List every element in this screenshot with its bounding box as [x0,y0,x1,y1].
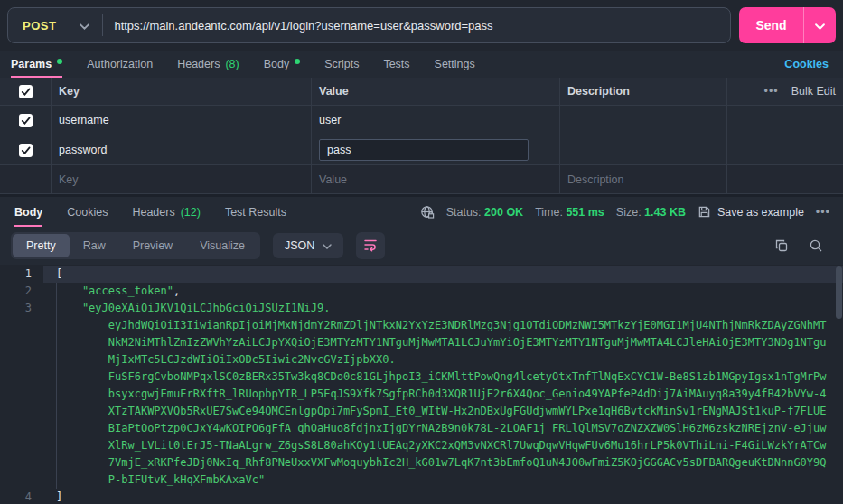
wrap-text-button[interactable] [356,232,385,259]
code-line: NkM2NiMThlZmIzZWVhYzAiLCJpYXQiOjE3MTYzMT… [0,334,843,351]
scrollbar-thumb[interactable] [836,266,842,319]
tab-label: Headers [132,206,174,219]
search-icon[interactable] [809,238,823,253]
tab-label: Body [264,58,290,70]
code-text: [ [43,266,62,283]
api-client-window: POST Send Params Authorization [0,0,843,504]
format-dropdown[interactable]: JSON [273,233,343,258]
view-raw[interactable]: Raw [70,234,119,257]
indent-guide [56,283,57,489]
tab-tests[interactable]: Tests [383,51,409,78]
code-line: eyJhdWQiOiI3IiwianRpIjoiMjMxNjdmY2RmZDlj… [0,317,843,334]
response-panel: Body Cookies Headers (12) Test Results [0,194,843,504]
request-tabs: Params Authorization Headers (8) Body Sc… [0,51,843,78]
code-text: eyJhdWQiOiI3IiwianRpIjoiMjMxNjdmY2RmZDlj… [43,317,827,334]
select-all-checkbox[interactable] [19,85,33,98]
headers-count: (8) [225,58,239,70]
view-preview[interactable]: Preview [119,234,186,257]
column-key: Key [59,85,80,98]
tab-scripts[interactable]: Scripts [324,51,359,78]
view-mode-switcher: Pretty Raw Preview Visualize [11,232,260,259]
line-number [0,471,43,489]
code-text: BIaPtOoPtzp0CJxY4wKOIPO6gFfA_qhOaHuo8fdj… [43,420,827,437]
send-options-button[interactable] [803,7,836,43]
code-text: MjIxMTc5LCJzdWIiOiIxODc5Iiwic2NvcGVzIjpb… [43,351,396,369]
network-globe-icon[interactable] [420,205,435,219]
chevron-down-icon [815,19,825,33]
wrap-text-icon [363,238,378,255]
tab-label: Cookies [67,206,108,219]
line-number [0,351,43,369]
tab-test-results[interactable]: Test Results [225,197,286,227]
chevron-down-icon [80,19,89,33]
code-line: XTzTAKWPXVQb5RxUE7SwCe94QMCEnlgpQpi7mFyS… [0,403,843,420]
send-split-button: Send [739,7,836,43]
line-number: 3 [0,300,43,317]
code-line: bsyxcgwjEmuErRXftR_lRUopbpYIR_LP5EqJS9Xf… [0,386,843,403]
time-label: Time: [535,206,563,219]
column-value: Value [319,85,349,98]
line-number [0,420,43,437]
code-line: FuSF6rgCvboNMPqxlSC0zBERx35Tw3kq8CDo0c81… [0,369,843,386]
code-line: BIaPtOoPtzp0CJxY4wKOIPO6gFfA_qhOaHuo8fdj… [0,420,843,437]
tab-params[interactable]: Params [11,51,62,78]
tab-label: Tests [383,58,409,70]
tab-headers[interactable]: Headers (8) [177,51,239,78]
tab-response-headers[interactable]: Headers (12) [132,197,200,227]
method-label: POST [23,19,56,33]
bulk-edit-button[interactable]: Bulk Edit [791,85,836,98]
response-toolbar: Pretty Raw Preview Visualize JSON [0,227,843,265]
code-text: , [173,285,180,297]
tab-label: Scripts [324,58,359,70]
size-value: 1.43 KB [644,206,686,219]
key-placeholder[interactable]: Key [59,173,79,186]
code-line: MjIxMTc5LCJzdWIiOiIxODc5Iiwic2NvcGVzIjpb… [0,351,843,369]
code-line: 1[ [0,266,843,283]
param-value[interactable]: user [319,114,341,126]
tab-label: Headers [177,58,220,70]
params-header-row: Key Value Description ••• Bulk Edit [0,78,843,106]
save-as-example-button[interactable]: Save as example [698,205,804,219]
params-more-icon[interactable]: ••• [764,85,779,98]
row-checkbox[interactable] [19,144,33,157]
tab-response-cookies[interactable]: Cookies [67,197,108,227]
param-key[interactable]: username [59,114,109,126]
param-key[interactable]: password [59,144,108,156]
code-text: "access_token" [56,285,173,297]
cookies-link[interactable]: Cookies [784,51,843,78]
tab-body[interactable]: Body [264,51,301,78]
status-label: Status: [446,206,482,219]
value-placeholder[interactable]: Value [319,173,347,186]
column-description: Description [567,85,630,98]
body-active-dot [295,59,300,64]
params-active-dot [57,59,62,64]
tab-response-body[interactable]: Body [14,197,42,227]
view-pretty[interactable]: Pretty [13,234,70,257]
tab-authorization[interactable]: Authorization [87,51,153,78]
line-number [0,334,43,351]
copy-icon[interactable] [774,238,789,253]
code-line: P-bIFUtvK_kHqXFmbKAxaVc" [0,471,843,489]
row-checkbox[interactable] [19,114,33,127]
line-number [0,386,43,403]
code-line: 7VmjE_xRKPfeJDj0NxIq_Rhf8PNeUxxVXFwMoquy… [0,454,843,471]
request-url-bar: POST Send [0,0,843,51]
code-line: 2 "access_token", [0,283,843,300]
tab-settings[interactable]: Settings [435,51,475,78]
param-value-input[interactable]: pass [319,139,529,161]
params-table: Key Value Description ••• Bulk Edit user… [0,78,843,194]
size-label: Size: [616,206,642,219]
send-button[interactable]: Send [739,7,803,43]
url-input[interactable] [103,8,730,42]
tab-label: Settings [435,58,475,70]
method-select[interactable]: POST [8,8,102,42]
response-more-icon[interactable]: ••• [816,206,830,219]
response-body-viewer[interactable]: 1[ 2 "access_token", 3 "eyJ0eXAiOiJKV1Qi… [0,265,843,504]
line-number [0,403,43,420]
response-meta: Status: 200 OK Time: 551 ms Size: 1.43 K… [420,197,843,227]
line-number [0,369,43,386]
line-number: 1 [0,266,43,283]
description-placeholder[interactable]: Description [567,173,624,186]
empty-param-row: Key Value Description [0,165,843,194]
view-visualize[interactable]: Visualize [186,234,258,257]
